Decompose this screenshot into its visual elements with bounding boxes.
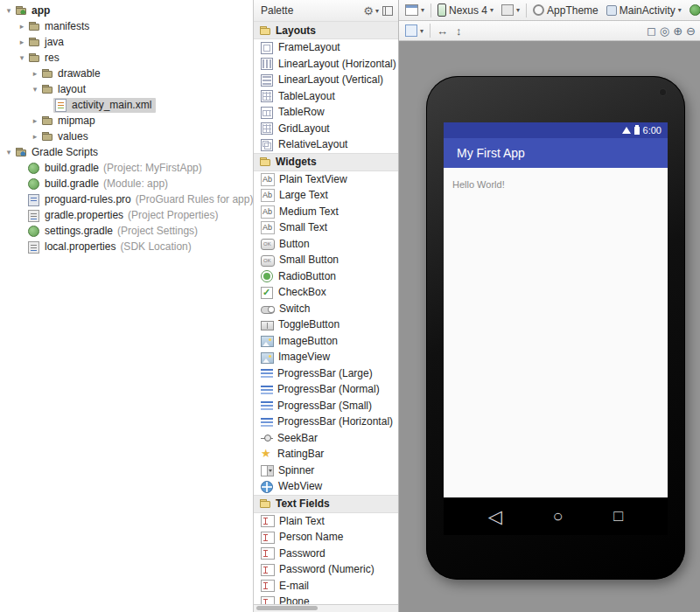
- progress-icon: [261, 400, 273, 411]
- expand-vertical-button[interactable]: ↕: [452, 22, 466, 39]
- tree-row[interactable]: ▾ layout: [0, 81, 253, 97]
- tree-row[interactable]: ▸ manifests: [0, 18, 253, 34]
- tree-row[interactable]: proguard-rules.pro (ProGuard Rules for a…: [0, 191, 253, 207]
- expand-arrow-icon[interactable]: ▾: [4, 6, 14, 15]
- palette-item[interactable]: TableLayout: [254, 88, 398, 105]
- palette-item[interactable]: WebView: [254, 478, 398, 495]
- palette-item[interactable]: ProgressBar (Large): [254, 365, 398, 382]
- palette-item-label: LinearLayout (Horizontal): [278, 58, 396, 70]
- palette-item[interactable]: ProgressBar (Small): [254, 398, 398, 414]
- palette-item[interactable]: Switch: [254, 301, 398, 317]
- device-selector[interactable]: Nexus 4▾: [434, 2, 497, 19]
- palette-section-layouts[interactable]: Layouts: [254, 21, 398, 39]
- expand-arrow-icon[interactable]: ▾: [30, 85, 40, 94]
- configuration-button[interactable]: ▾: [402, 2, 428, 19]
- progress-icon: [261, 417, 273, 428]
- tree-item-label: Gradle Scripts: [32, 146, 98, 158]
- activity-label: MainActivity: [620, 4, 676, 17]
- tree-row[interactable]: ▾ app: [0, 3, 253, 18]
- palette-horizontal-scrollbar[interactable]: [254, 604, 398, 612]
- expand-horizontal-button[interactable]: ↔: [433, 22, 452, 39]
- palette-item[interactable]: Button: [254, 236, 398, 253]
- surface-selector[interactable]: ▾: [402, 22, 427, 39]
- expand-arrow-icon[interactable]: ▸: [30, 116, 40, 125]
- palette-item[interactable]: GridLayout: [254, 121, 398, 137]
- palette-item[interactable]: LinearLayout (Horizontal): [254, 56, 398, 73]
- tree-row[interactable]: activity_main.xml: [0, 97, 253, 113]
- zoom-actual-icon[interactable]: ◎: [660, 24, 669, 38]
- hello-world-textview[interactable]: Hello World!: [452, 179, 505, 190]
- tree-row[interactable]: ▸ drawable: [0, 66, 253, 81]
- back-icon: ◁: [488, 506, 502, 527]
- tree-row[interactable]: build.gradle (Project: MyFirstApp): [0, 160, 253, 176]
- tree-row[interactable]: local.properties (SDK Location): [0, 239, 253, 254]
- palette-item[interactable]: Password: [254, 546, 398, 562]
- design-canvas[interactable]: 6:00 My First App Hello World! ◁ ○ □: [399, 41, 700, 612]
- folder-icon: [259, 24, 271, 37]
- tree-item-label: manifests: [45, 20, 89, 32]
- palette-item[interactable]: ProgressBar (Normal): [254, 381, 398, 398]
- tree-item-label: build.gradle: [45, 162, 99, 174]
- expand-arrow-icon[interactable]: ▾: [17, 53, 27, 62]
- palette-section-widgets[interactable]: Widgets: [254, 153, 398, 171]
- scrollbar-thumb[interactable]: [256, 606, 318, 610]
- tree-row[interactable]: ▾ res: [0, 50, 253, 66]
- ab-icon: [261, 221, 275, 234]
- palette-item[interactable]: FrameLayout: [254, 39, 398, 56]
- frame-screen-icon[interactable]: ◻: [647, 24, 656, 38]
- palette-item[interactable]: LinearLayout (Vertical): [254, 72, 398, 88]
- tree-row[interactable]: ▸ mipmap: [0, 113, 253, 129]
- gear-icon[interactable]: ⚙: [363, 4, 374, 17]
- expand-arrow-icon[interactable]: ▸: [17, 38, 27, 46]
- palette-item[interactable]: Large Text: [254, 187, 398, 204]
- api-level-selector[interactable]: ▾: [686, 2, 700, 19]
- hide-panel-icon[interactable]: [382, 6, 393, 16]
- tree-row[interactable]: build.gradle (Module: app): [0, 176, 253, 191]
- palette-item[interactable]: RelativeLayout: [254, 136, 398, 153]
- tree-item-label: java: [45, 36, 64, 48]
- palette-item[interactable]: ToggleButton: [254, 316, 398, 333]
- phone-screen[interactable]: 6:00 My First App Hello World! ◁ ○ □: [444, 122, 668, 535]
- palette-item[interactable]: Small Text: [254, 219, 398, 236]
- orientation-selector[interactable]: ▾: [498, 2, 523, 19]
- chevron-down-icon[interactable]: ▾: [375, 7, 379, 15]
- palette-item[interactable]: Plain TextView: [254, 171, 398, 188]
- tree-row[interactable]: settings.gradle (Project Settings): [0, 223, 253, 239]
- palette-item[interactable]: Plain Text: [254, 513, 398, 530]
- app-title: My First App: [457, 146, 525, 160]
- palette-item[interactable]: CheckBox: [254, 284, 398, 301]
- palette-item[interactable]: Password (Numeric): [254, 561, 398, 578]
- palette-item[interactable]: ImageView: [254, 349, 398, 365]
- palette-item[interactable]: TableRow: [254, 104, 398, 121]
- tree-row[interactable]: ▸ values: [0, 129, 253, 144]
- palette-item[interactable]: Medium Text: [254, 204, 398, 220]
- expand-arrow-icon[interactable]: ▸: [30, 69, 40, 78]
- tree-item-label: local.properties: [45, 240, 116, 253]
- palette-item[interactable]: E-mail: [254, 578, 398, 595]
- layout-h-icon: [261, 58, 273, 70]
- wifi-icon: [622, 127, 631, 134]
- palette-item[interactable]: ProgressBar (Horizontal): [254, 414, 398, 430]
- tree-item-icon: [41, 83, 53, 95]
- expand-arrow-icon[interactable]: ▾: [4, 148, 14, 156]
- expand-arrow-icon[interactable]: ▸: [17, 22, 27, 31]
- palette-section-text-fields[interactable]: Text Fields: [254, 495, 398, 513]
- radio-icon: [261, 270, 273, 282]
- tree-row[interactable]: gradle.properties (Project Properties): [0, 207, 253, 223]
- phone-content: Hello World!: [444, 168, 668, 497]
- zoom-out-icon[interactable]: ⊖: [686, 24, 696, 38]
- expand-arrow-icon[interactable]: ▸: [30, 132, 40, 141]
- palette-item-label: Switch: [279, 303, 310, 315]
- activity-selector[interactable]: MainActivity▾: [603, 2, 685, 19]
- zoom-in-icon[interactable]: ⊕: [673, 24, 682, 38]
- tree-row[interactable]: ▾ Gradle Scripts: [0, 144, 253, 160]
- palette-item[interactable]: SeekBar: [254, 430, 398, 447]
- palette-item[interactable]: Small Button: [254, 252, 398, 268]
- palette-item[interactable]: RatingBar: [254, 446, 398, 462]
- theme-selector[interactable]: AppTheme: [529, 2, 602, 19]
- palette-item[interactable]: ImageButton: [254, 333, 398, 350]
- tree-row[interactable]: ▸ java: [0, 34, 253, 50]
- palette-item[interactable]: RadioButton: [254, 268, 398, 285]
- palette-item[interactable]: Person Name: [254, 529, 398, 546]
- palette-item[interactable]: Spinner: [254, 462, 398, 479]
